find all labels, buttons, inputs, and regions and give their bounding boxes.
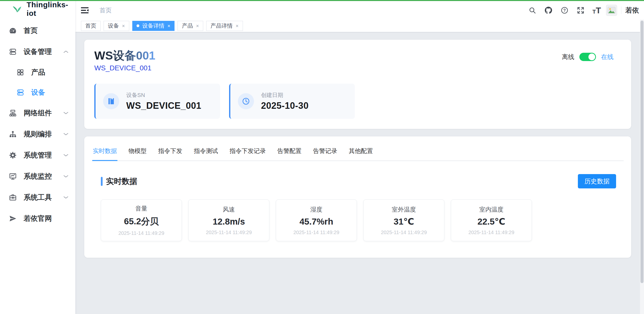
tab-command-send[interactable]: 指令下发 — [158, 143, 183, 161]
sidebar-item-system-management[interactable]: 系统管理 — [0, 145, 75, 166]
device-code-link[interactable]: WS_DEVICE_001 — [94, 64, 621, 72]
toolbox-icon — [9, 193, 17, 202]
chevron-down-icon — [63, 153, 69, 157]
font-size-button[interactable]: TT — [590, 3, 604, 18]
gear-icon — [9, 151, 17, 160]
metric-card-wind-speed: 风速 12.8m/s 2025-11-14 11:49:29 — [188, 199, 269, 241]
breadcrumb[interactable]: 首页 — [100, 6, 112, 14]
sidebar-item-label: 系统工具 — [24, 193, 52, 202]
metric-timestamp: 2025-11-14 11:49:29 — [293, 230, 339, 235]
tag-product-detail[interactable]: 产品详情 × — [206, 21, 243, 31]
created-date-card: 创建日期 2025-10-30 — [229, 84, 355, 119]
sidebar-submenu-device-management: 产品 设备 — [0, 62, 75, 102]
tag-product[interactable]: 产品 × — [178, 21, 203, 31]
sidebar-item-label: 规则编排 — [24, 129, 52, 139]
metric-label: 室内温度 — [479, 205, 503, 214]
github-button[interactable] — [542, 3, 555, 18]
github-icon — [545, 7, 552, 14]
main-content: WS设备001 WS_DEVICE_001 离线 在线 设备SN WS_DEVI… — [75, 32, 640, 314]
device-detail-card: 实时数据 物模型 指令下发 指令测试 指令下发记录 告警配置 告警记录 其他配置… — [84, 136, 631, 258]
metric-timestamp: 2025-11-14 11:49:29 — [206, 230, 252, 235]
sn-label: 设备SN — [126, 91, 201, 99]
tag-device-detail[interactable]: 设备详情 × — [132, 21, 175, 31]
metric-timestamp: 2025-11-14 11:49:29 — [118, 230, 164, 236]
sn-badge-icon — [103, 93, 119, 109]
fullscreen-icon — [577, 7, 584, 14]
device-header-card: WS设备001 WS_DEVICE_001 离线 在线 设备SN WS_DEVI… — [84, 40, 631, 129]
sidebar-toggle-button[interactable] — [75, 1, 94, 20]
tab-alarm-config[interactable]: 告警配置 — [277, 143, 302, 161]
app-title: Thinglinks-iot — [27, 1, 75, 18]
history-data-button[interactable]: 历史数据 — [578, 174, 616, 188]
user-name[interactable]: 若依 — [625, 6, 640, 15]
metric-timestamp: 2025-11-14 11:49:29 — [468, 230, 514, 235]
sidebar-item-device[interactable]: 设备 — [0, 82, 75, 102]
metric-label: 湿度 — [310, 205, 322, 214]
search-icon — [529, 7, 536, 14]
tab-command-records[interactable]: 指令下发记录 — [229, 143, 266, 161]
tab-other-config[interactable]: 其他配置 — [348, 143, 373, 161]
sidebar-item-network-components[interactable]: 网络组件 — [0, 102, 75, 124]
tag-label: 产品详情 — [210, 22, 233, 30]
question-icon: ? — [561, 7, 568, 14]
metric-card-volume: 音量 65.2分贝 2025-11-14 11:49:29 — [101, 199, 182, 241]
tab-alarm-records[interactable]: 告警记录 — [313, 143, 338, 161]
close-icon[interactable]: × — [236, 23, 239, 28]
avatar[interactable] — [606, 5, 617, 16]
dashboard-icon — [9, 26, 17, 35]
search-button[interactable] — [526, 3, 539, 18]
tag-label: 首页 — [85, 22, 96, 30]
sidebar-item-label: 网络组件 — [24, 108, 52, 118]
server-icon — [16, 88, 25, 97]
help-button[interactable]: ? — [558, 3, 571, 18]
grid-icon — [16, 68, 25, 77]
close-icon[interactable]: × — [122, 23, 125, 28]
metric-card-indoor-temp: 室内温度 22.5℃ 2025-11-14 11:49:29 — [451, 199, 532, 241]
detail-tabs: 实时数据 物模型 指令下发 指令测试 指令下发记录 告警配置 告警记录 其他配置 — [92, 143, 624, 161]
scrollbar-thumb[interactable] — [640, 21, 643, 283]
navbar-actions: ? TT 若依 — [526, 3, 644, 18]
section-marker — [101, 177, 103, 186]
tag-device[interactable]: 设备 × — [104, 21, 129, 31]
metric-timestamp: 2025-11-14 11:49:29 — [381, 230, 427, 235]
sidebar-item-home[interactable]: 首页 — [0, 20, 75, 41]
tab-thing-model[interactable]: 物模型 — [128, 143, 147, 161]
online-toggle[interactable] — [579, 53, 596, 61]
tab-command-test[interactable]: 指令测试 — [193, 143, 219, 161]
metric-label: 风速 — [223, 205, 235, 214]
created-value: 2025-10-30 — [261, 100, 309, 111]
close-icon[interactable]: × — [196, 23, 199, 28]
metric-card-humidity: 湿度 45.7%rh 2025-11-14 11:49:29 — [276, 199, 357, 241]
divider — [621, 7, 621, 14]
close-icon[interactable]: × — [167, 23, 170, 28]
logo[interactable]: Thinglinks-iot — [0, 0, 75, 18]
sidebar-item-rule-orchestration[interactable]: 规则编排 — [0, 124, 75, 145]
sidebar-item-system-monitoring[interactable]: 系统监控 — [0, 166, 75, 187]
hamburger-icon — [80, 7, 89, 14]
metric-card-outdoor-temp: 室外温度 31℃ 2025-11-14 11:49:29 — [363, 199, 444, 241]
status-offline-label: 离线 — [562, 53, 574, 61]
tab-realtime-data[interactable]: 实时数据 — [92, 143, 117, 161]
monitor-icon — [9, 172, 17, 181]
active-tag-dot — [137, 24, 139, 27]
tag-label: 设备详情 — [142, 22, 164, 30]
sidebar-item-label: 设备 — [31, 88, 45, 97]
tag-home[interactable]: 首页 — [81, 21, 101, 31]
chevron-up-icon — [63, 50, 69, 54]
metric-label: 音量 — [135, 204, 147, 213]
device-sn-card: 设备SN WS_DEVICE_001 — [94, 84, 220, 119]
svg-text:?: ? — [563, 8, 566, 13]
created-label: 创建日期 — [261, 91, 309, 99]
sidebar-item-label: 首页 — [24, 26, 38, 35]
device-info-row: 设备SN WS_DEVICE_001 创建日期 2025-10-30 — [94, 84, 621, 119]
device-status: 离线 在线 — [562, 53, 614, 61]
flow-icon — [9, 130, 17, 138]
fullscreen-button[interactable] — [574, 3, 587, 18]
sidebar-item-system-tools[interactable]: 系统工具 — [0, 187, 75, 208]
sidebar-item-ruoyi-website[interactable]: 若依官网 — [0, 208, 75, 229]
sidebar-item-device-management[interactable]: 设备管理 — [0, 41, 75, 62]
metric-value: 22.5℃ — [478, 217, 505, 227]
section-title: 实时数据 — [106, 176, 137, 187]
sidebar-item-product[interactable]: 产品 — [0, 62, 75, 82]
scrollbar[interactable] — [640, 20, 644, 314]
